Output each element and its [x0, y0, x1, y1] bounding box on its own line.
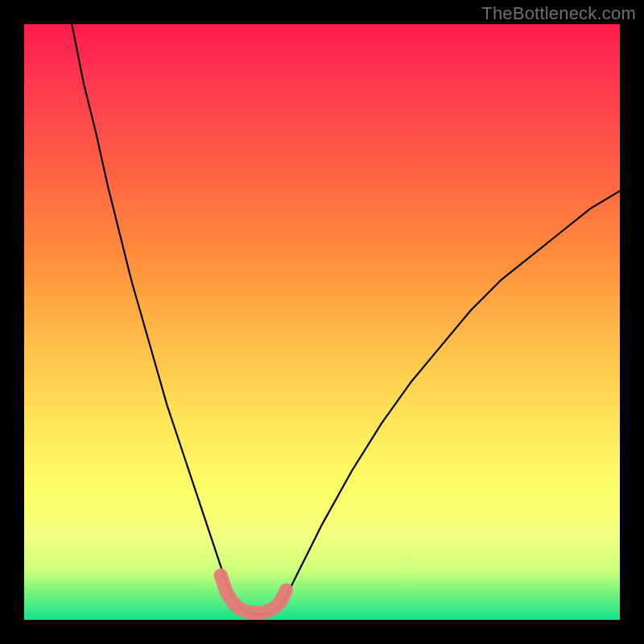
watermark-text: TheBottleneck.com — [481, 3, 636, 24]
bottleneck-curve — [72, 24, 620, 614]
curve-layer — [24, 24, 620, 620]
chart-frame: TheBottleneck.com — [0, 0, 644, 644]
optimal-range-markers — [221, 576, 286, 613]
plot-area — [24, 24, 620, 620]
